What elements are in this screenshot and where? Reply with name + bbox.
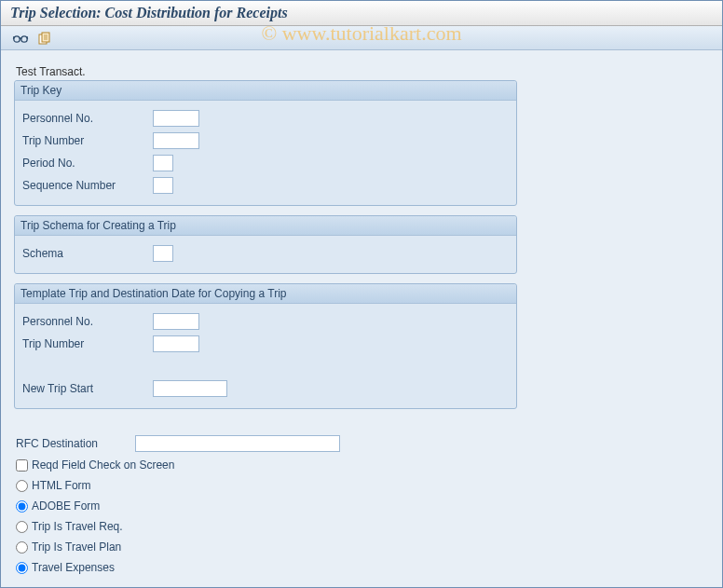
radio-html-form[interactable] xyxy=(16,480,28,492)
label-new-trip-start: New Trip Start xyxy=(22,382,153,395)
input-schema[interactable] xyxy=(153,245,173,262)
label-personnel-no: Personnel No. xyxy=(22,112,153,125)
radio-travel-expenses[interactable] xyxy=(16,562,28,574)
content-area: Test Transact. Trip Key Personnel No. Tr… xyxy=(1,50,722,588)
svg-point-1 xyxy=(21,35,27,41)
group-template-trip: Template Trip and Destination Date for C… xyxy=(14,283,517,409)
input-rfc-destination[interactable] xyxy=(135,435,340,452)
group-trip-key-header: Trip Key xyxy=(15,81,516,101)
free-area: RFC Destination Reqd Field Check on Scre… xyxy=(14,426,709,584)
group-template-trip-header: Template Trip and Destination Date for C… xyxy=(15,284,516,304)
label-radio-trip-req: Trip Is Travel Req. xyxy=(32,520,123,533)
label-radio-html: HTML Form xyxy=(32,479,91,492)
group-trip-schema-header: Trip Schema for Creating a Trip xyxy=(15,216,516,236)
page-title: Trip Selection: Cost Distribution for Re… xyxy=(10,5,288,21)
label-sequence-no: Sequence Number xyxy=(22,179,153,192)
test-transact-label: Test Transact. xyxy=(16,65,709,78)
group-trip-schema: Trip Schema for Creating a Trip Schema xyxy=(14,215,517,274)
label-radio-adobe: ADOBE Form xyxy=(32,499,100,513)
input-tpl-personnel-no[interactable] xyxy=(153,313,199,330)
group-trip-key: Trip Key Personnel No. Trip Number Perio… xyxy=(14,80,517,206)
label-tpl-personnel-no: Personnel No. xyxy=(22,315,153,328)
input-tpl-trip-number[interactable] xyxy=(153,335,199,352)
label-tpl-trip-number: Trip Number xyxy=(22,337,153,350)
glasses-icon[interactable] xyxy=(12,30,29,47)
label-checkbox-reqd: Reqd Field Check on Screen xyxy=(32,458,174,472)
input-new-trip-start[interactable] xyxy=(153,380,227,397)
toolbar xyxy=(1,26,722,50)
input-sequence-no[interactable] xyxy=(153,177,173,194)
copy-icon[interactable] xyxy=(36,30,53,47)
radio-trip-req[interactable] xyxy=(16,521,28,533)
label-trip-number: Trip Number xyxy=(22,134,153,147)
label-period-no: Period No. xyxy=(22,157,153,170)
input-personnel-no[interactable] xyxy=(153,110,199,127)
checkbox-reqd-field[interactable] xyxy=(16,459,28,472)
label-rfc-destination: RFC Destination xyxy=(16,437,135,450)
svg-point-0 xyxy=(14,35,20,41)
label-schema: Schema xyxy=(22,247,153,260)
label-radio-trip-plan: Trip Is Travel Plan xyxy=(32,540,121,554)
input-period-no[interactable] xyxy=(153,155,173,171)
radio-trip-plan[interactable] xyxy=(16,541,28,554)
app-window: Trip Selection: Cost Distribution for Re… xyxy=(0,0,723,588)
label-radio-travel-expenses: Travel Expenses xyxy=(32,561,115,574)
title-bar: Trip Selection: Cost Distribution for Re… xyxy=(1,1,722,26)
input-trip-number[interactable] xyxy=(153,132,199,149)
radio-adobe-form[interactable] xyxy=(16,500,28,513)
